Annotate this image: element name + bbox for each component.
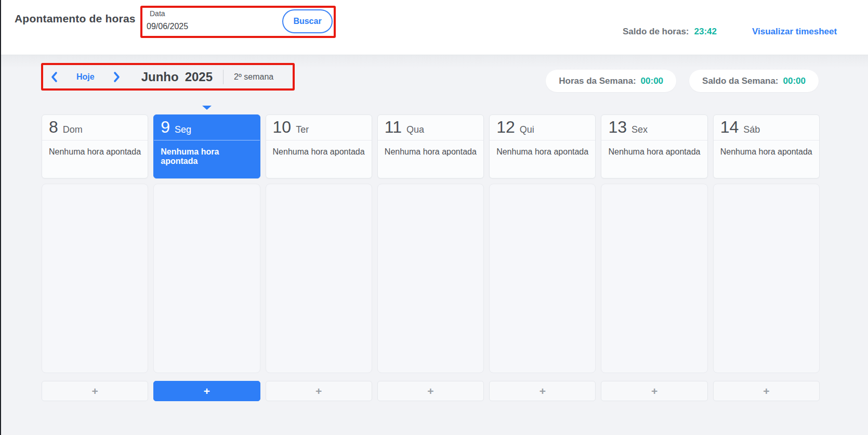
- week-navigation: Hoje Junho 2025 2º semana: [41, 63, 295, 91]
- day-entries-panel-sex: [601, 184, 707, 373]
- day-card-header: 10 Ter: [266, 115, 372, 140]
- next-week-button[interactable]: [113, 71, 121, 83]
- add-entry-button-sex[interactable]: +: [601, 381, 707, 401]
- month-year: 2025: [185, 70, 213, 84]
- day-name: Qua: [406, 124, 424, 135]
- day-number: 13: [608, 118, 627, 136]
- view-timesheet-link[interactable]: Visualizar timesheet: [752, 27, 837, 37]
- previous-week-button[interactable]: [50, 71, 58, 83]
- day-entries-panel-ter: [266, 184, 372, 373]
- hours-balance-value: 23:42: [694, 27, 717, 37]
- week-hours-pill: Horas da Semana: 00:00: [546, 70, 676, 92]
- day-entries-panel-qui: [489, 184, 596, 373]
- day-card-ter[interactable]: 10 Ter Nenhuma hora apontada: [266, 114, 372, 178]
- day-status: Nenhuma hora apontada: [601, 140, 707, 157]
- day-card-sab[interactable]: 14 Sáb Nenhuma hora apontada: [713, 114, 820, 178]
- day-status: Nenhuma hora apontada: [154, 140, 259, 166]
- plus-icon: +: [92, 386, 98, 396]
- day-entries-panel-seg: [153, 184, 260, 373]
- day-number: 8: [49, 118, 58, 136]
- nav-divider: [223, 70, 223, 84]
- day-status: Nenhuma hora apontada: [42, 140, 148, 157]
- day-name: Seg: [175, 124, 191, 135]
- month-name: Junho: [141, 70, 179, 84]
- day-number: 12: [496, 118, 515, 136]
- day-number: 14: [720, 118, 739, 136]
- add-entry-button-qua[interactable]: +: [377, 381, 484, 401]
- week-balance-label: Saldo da Semana:: [702, 76, 778, 86]
- selected-day-pointer-icon: [202, 106, 212, 110]
- week-hours-value: 00:00: [641, 76, 663, 86]
- add-entry-button-seg[interactable]: +: [153, 381, 260, 401]
- day-cards-row: 8 Dom Nenhuma hora apontada 9 Seg Nenhum…: [42, 114, 820, 178]
- day-status: Nenhuma hora apontada: [490, 140, 595, 157]
- plus-icon: +: [540, 386, 546, 396]
- hours-balance-label: Saldo de horas:: [623, 27, 689, 37]
- day-status: Nenhuma hora apontada: [266, 140, 372, 157]
- add-entry-row: + + + + + + +: [42, 381, 820, 401]
- chevron-right-icon: [113, 71, 121, 83]
- current-month: Junho 2025: [141, 70, 213, 84]
- week-summary: Horas da Semana: 00:00 Saldo da Semana: …: [546, 70, 819, 92]
- add-entry-button-ter[interactable]: +: [266, 381, 372, 401]
- day-name: Qui: [520, 124, 534, 135]
- day-name: Ter: [296, 124, 309, 135]
- add-entry-button-qui[interactable]: +: [489, 381, 596, 401]
- hours-balance: Saldo de horas: 23:42: [623, 27, 717, 37]
- search-button[interactable]: Buscar: [282, 9, 333, 33]
- day-card-header: 12 Qui: [490, 115, 595, 140]
- date-field-label: Data: [150, 9, 165, 18]
- day-entries-panel-dom: [42, 184, 148, 373]
- date-input[interactable]: 09/06/2025: [147, 22, 188, 31]
- day-card-header: 13 Sex: [601, 115, 707, 140]
- today-button[interactable]: Hoje: [76, 72, 95, 82]
- add-entry-button-dom[interactable]: +: [42, 381, 148, 401]
- day-number: 9: [161, 118, 170, 136]
- day-name: Dom: [63, 124, 83, 135]
- day-panels-row: [42, 184, 820, 373]
- day-name: Sex: [632, 124, 648, 135]
- date-search-group: Data 09/06/2025 Buscar: [140, 6, 336, 38]
- day-number: 10: [273, 118, 292, 136]
- plus-icon: +: [315, 386, 322, 396]
- week-number-label: 2º semana: [234, 72, 273, 82]
- day-card-header: 11 Qua: [378, 115, 483, 140]
- day-card-seg[interactable]: 9 Seg Nenhuma hora apontada: [153, 114, 260, 178]
- plus-icon: +: [651, 386, 657, 396]
- week-balance-value: 00:00: [783, 76, 806, 86]
- day-card-dom[interactable]: 8 Dom Nenhuma hora apontada: [42, 114, 148, 178]
- plus-icon: +: [763, 386, 769, 396]
- plus-icon: +: [427, 386, 433, 396]
- day-number: 11: [385, 118, 402, 136]
- day-card-header: 9 Seg: [154, 115, 259, 140]
- week-balance-pill: Saldo da Semana: 00:00: [689, 70, 819, 92]
- day-name: Sáb: [743, 124, 760, 135]
- app-header: Apontamento de horas Data 09/06/2025 Bus…: [0, 0, 868, 55]
- day-entries-panel-qua: [377, 184, 484, 373]
- add-entry-button-sab[interactable]: +: [713, 381, 820, 401]
- day-card-header: 8 Dom: [42, 115, 148, 140]
- day-status: Nenhuma hora apontada: [714, 140, 819, 157]
- week-hours-label: Horas da Semana:: [559, 76, 636, 86]
- plus-icon: +: [204, 386, 210, 396]
- day-status: Nenhuma hora apontada: [378, 140, 483, 157]
- chevron-left-icon: [50, 71, 58, 83]
- day-card-header: 14 Sáb: [714, 115, 819, 140]
- day-card-qui[interactable]: 12 Qui Nenhuma hora apontada: [489, 114, 596, 178]
- window-left-edge: [0, 0, 1, 435]
- day-card-qua[interactable]: 11 Qua Nenhuma hora apontada: [377, 114, 484, 178]
- day-card-sex[interactable]: 13 Sex Nenhuma hora apontada: [601, 114, 707, 178]
- page-title: Apontamento de horas: [15, 12, 136, 25]
- day-entries-panel-sab: [713, 184, 820, 373]
